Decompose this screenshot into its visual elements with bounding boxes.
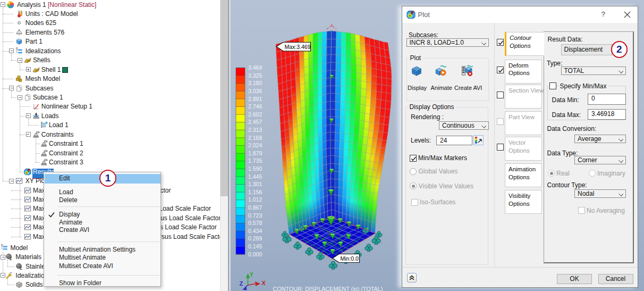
svg-text:1.012: 1.012 bbox=[248, 196, 262, 203]
svg-text:0.145: 0.145 bbox=[248, 243, 262, 250]
svg-text:3.469: 3.469 bbox=[248, 64, 262, 71]
svg-text:3.036: 3.036 bbox=[248, 88, 262, 94]
svg-text:0.289: 0.289 bbox=[248, 235, 262, 242]
svg-text:0.578: 0.578 bbox=[248, 220, 262, 226]
svg-text:0.000: 0.000 bbox=[248, 251, 262, 257]
svg-text:2.891: 2.891 bbox=[248, 96, 262, 102]
svg-text:1.445: 1.445 bbox=[248, 173, 262, 180]
svg-text:Y: Y bbox=[250, 272, 253, 278]
svg-text:Max:3.469: Max:3.469 bbox=[285, 44, 311, 50]
svg-text:CONTOUR: DISPLACEMENT (in) (TO: CONTOUR: DISPLACEMENT (in) (TOTAL) bbox=[273, 286, 383, 291]
svg-text:1.735: 1.735 bbox=[248, 157, 262, 164]
svg-text:2.168: 2.168 bbox=[248, 135, 262, 141]
svg-text:2.457: 2.457 bbox=[248, 119, 262, 125]
svg-text:1.301: 1.301 bbox=[248, 181, 262, 187]
svg-text:1.156: 1.156 bbox=[248, 189, 262, 195]
svg-text:0.723: 0.723 bbox=[248, 212, 262, 219]
svg-text:2.024: 2.024 bbox=[248, 142, 262, 148]
svg-text:0.867: 0.867 bbox=[248, 204, 262, 211]
svg-text:2.602: 2.602 bbox=[248, 111, 262, 118]
svg-text:2.313: 2.313 bbox=[248, 127, 262, 133]
svg-text:3.325: 3.325 bbox=[248, 72, 262, 79]
svg-text:0.434: 0.434 bbox=[248, 228, 262, 234]
svg-text:1.590: 1.590 bbox=[248, 165, 262, 172]
svg-text:3.180: 3.180 bbox=[248, 80, 262, 86]
svg-text:Z: Z bbox=[240, 280, 243, 287]
svg-text:1.879: 1.879 bbox=[248, 150, 262, 156]
svg-text:2.746: 2.746 bbox=[248, 103, 262, 110]
svg-text:Min:0.0: Min:0.0 bbox=[341, 255, 359, 262]
svg-text:X: X bbox=[262, 280, 266, 286]
